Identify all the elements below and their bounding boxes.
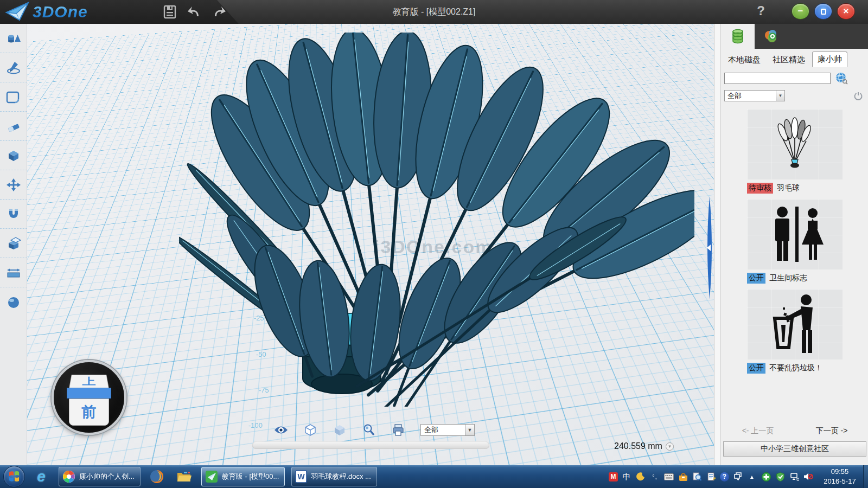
sidebar-splitter[interactable] [714,24,721,465]
tab-local-library[interactable] [721,24,755,49]
cube-icon [6,149,21,163]
sidebar-collapse-arrow[interactable] [705,196,714,299]
thumbnail-restroom-sign[interactable] [747,199,843,269]
notes-doc-icon[interactable] [706,471,717,482]
windows-taskbar: e 康小帅的个人创... [0,465,868,488]
window-controls: − × [792,3,855,20]
power-refresh-icon[interactable] [853,91,863,101]
ie-launcher[interactable]: e [30,467,52,486]
word-doc-icon: W [295,470,307,483]
sketch-edit-button[interactable] [0,82,27,112]
thumbnail-shuttlecock[interactable] [747,109,843,179]
prev-page-button[interactable]: <- 上一页 [742,426,774,436]
sketch-draw-button[interactable] [0,53,27,82]
close-button[interactable]: × [837,3,855,20]
model-list: 待审核 羽毛球 [721,104,868,374]
pagination: <- 上一页 下一页 -> [721,426,868,436]
taskbar-button-browser-personal[interactable]: 康小帅的个人创... [59,467,141,486]
model-name: 不要乱扔垃圾！ [769,363,822,373]
special-features-button[interactable] [0,141,27,170]
night-moon-icon[interactable] [635,471,646,482]
measurement-dropdown-icon[interactable]: ▾ [666,442,674,451]
show-desktop-button[interactable] [863,465,868,488]
view-cube-front-face[interactable]: 前 [69,399,109,426]
eraser-button[interactable] [0,112,27,141]
view-cube[interactable]: 上 前 [52,360,126,435]
community-link-button[interactable]: 中小学三维创意社区 [723,441,866,457]
database-icon [730,28,746,44]
chevron-down-icon[interactable]: ▼ [465,425,474,435]
volume-muted-icon[interactable] [803,471,814,482]
taskbar-button-3done[interactable]: 教育版 - [模型00... [201,467,285,486]
horizontal-scrollbar[interactable] [252,441,489,449]
network-icon[interactable] [789,471,800,482]
floating-window-icon[interactable] [732,471,743,482]
globe-search-icon[interactable] [835,72,848,85]
view-cube-band [67,388,111,399]
list-item[interactable]: 公开 不要乱扔垃圾！ [721,289,868,374]
maximize-button[interactable] [814,3,832,20]
visibility-eye-icon[interactable] [274,423,288,437]
primitive-solids-button[interactable] [0,24,27,53]
taskbar-button-word[interactable]: W 羽毛球教程.docx ... [291,467,377,486]
3d-viewport[interactable]: -25 -50 -75 -100 i3DOne.com [27,24,714,465]
list-item-caption: 待审核 羽毛球 [747,183,843,194]
category-filter-select[interactable]: 全部 ▼ [724,90,785,101]
measure-button[interactable] [0,258,27,287]
display-filter-value: 全部 [421,425,465,435]
measurement-readout: 240.559 mm ▾ [614,441,674,451]
chinese-input-icon[interactable]: 中 [621,471,632,482]
toolbox-icon[interactable] [678,471,688,482]
start-button[interactable] [3,466,25,487]
shaded-cube-icon[interactable] [333,423,347,437]
sogou-m-icon[interactable]: M [609,472,618,481]
thumbnail-no-littering-sign[interactable] [747,289,843,359]
word-w-glyph: W [298,472,305,481]
antivirus-plus-icon[interactable] [761,471,771,482]
category-filter-value: 全部 [725,91,776,101]
tab-community-featured[interactable]: 社区精选 [768,53,810,67]
taskbar-clock[interactable]: 09:55 2016-5-17 [818,467,861,486]
display-filter-select[interactable]: 全部 ▼ [420,424,475,436]
material-render-button[interactable] [0,287,27,317]
print-icon[interactable] [391,423,405,437]
list-item[interactable]: 公开 卫生间标志 [721,199,868,284]
tab-community-cloud[interactable] [755,24,788,49]
help-tray-icon[interactable]: ? [720,472,729,481]
status-badge: 公开 [747,363,765,374]
firefox-launcher[interactable] [146,467,168,486]
left-toolbar [0,24,27,465]
next-page-button[interactable]: 下一页 -> [816,426,848,436]
move-button[interactable] [0,170,27,200]
system-tray: M 中 °, ? ▲ [609,465,814,488]
sphere-icon [6,295,21,309]
explorer-launcher[interactable] [173,467,195,486]
pinwheel-icon [62,470,75,483]
primitive-solids-icon [6,31,21,46]
security-shield-icon[interactable] [775,471,786,482]
view-cube-top-face[interactable]: 上 [69,375,109,389]
punctuation-icon[interactable]: °, [649,471,660,482]
shuttlecock-model[interactable] [179,33,694,407]
search-input[interactable] [724,73,831,84]
tab-user-kangxiaoshuai[interactable]: 康小帅 [812,52,847,67]
chevron-down-icon[interactable]: ▼ [776,91,784,101]
search-tool-icon[interactable] [692,471,703,482]
soft-keyboard-icon[interactable] [663,471,674,482]
tab-local-disk[interactable]: 本地磁盘 [723,53,765,67]
list-item[interactable]: 待审核 羽毛球 [721,109,868,194]
assembly-magnet-button[interactable] [0,200,27,229]
folder-icon [176,470,192,483]
minimize-button[interactable]: − [792,3,809,20]
wireframe-cube-icon[interactable] [303,423,317,437]
help-button[interactable]: ? [757,3,765,18]
viewport-toolbar: 全部 ▼ [274,423,475,437]
combine-cube-icon [6,236,21,251]
combine-button[interactable] [0,229,27,258]
sketch-pen-icon [6,61,21,75]
zoom-magnifier-icon[interactable] [362,423,376,437]
rounded-sketch-icon [6,90,21,104]
windows-logo-icon [8,470,21,483]
tray-expand-icon[interactable]: ▲ [746,471,757,482]
status-badge: 待审核 [747,183,773,194]
